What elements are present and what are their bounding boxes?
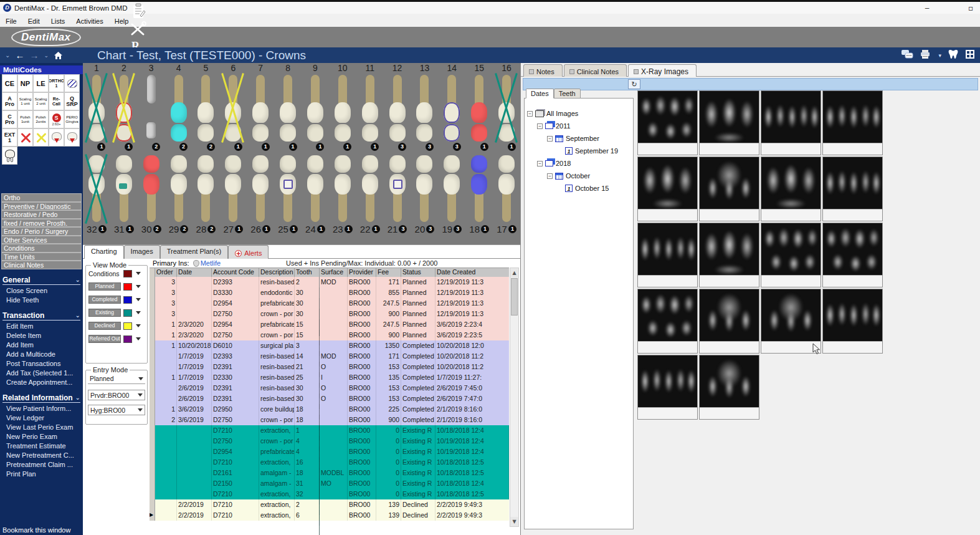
multicode-button[interactable] xyxy=(17,128,33,147)
table-row[interactable]: 3 D2954 prefabricate 30 BRO00 247.5 Plan… xyxy=(150,298,509,309)
row-selector[interactable] xyxy=(150,287,155,298)
row-selector[interactable] xyxy=(150,415,155,425)
column-header[interactable]: Provider xyxy=(348,268,376,277)
column-header[interactable]: Order xyxy=(155,268,177,277)
tooth-graphic[interactable] xyxy=(140,155,163,223)
column-header[interactable]: Description xyxy=(259,268,295,277)
multicode-button[interactable]: S2:60+ xyxy=(49,110,64,128)
collapse-icon[interactable]: ⌄ xyxy=(75,312,80,319)
print-icon[interactable] xyxy=(920,49,932,62)
xray-thumbnail[interactable] xyxy=(637,223,698,287)
chevron-down-small-icon[interactable]: ⌄ xyxy=(44,52,49,59)
column-header[interactable]: Account Code xyxy=(212,268,259,277)
tooth-cell[interactable]: 11 1 xyxy=(356,63,384,151)
tooth-graphic[interactable] xyxy=(112,74,136,142)
sidebar-link[interactable]: New Perio Exam xyxy=(0,432,83,441)
collapse-icon[interactable]: ⌄ xyxy=(75,394,80,401)
table-row[interactable]: 2/6/2019 D2391 resin-based 30 O BRO00 15… xyxy=(150,383,509,393)
category-button[interactable]: Conditions xyxy=(1,244,82,253)
right-tab[interactable]: Notes xyxy=(523,64,563,77)
tooth-graphic[interactable] xyxy=(331,74,354,142)
tooth-cell[interactable]: 2 1 xyxy=(110,63,138,151)
entry-mode-select[interactable]: Planned xyxy=(88,374,145,384)
color-swatch[interactable] xyxy=(123,296,132,304)
table-row[interactable]: ▶ 2/2/2019 D7210 extraction, 6 BRO00 139… xyxy=(150,510,509,521)
tooth-graphic[interactable] xyxy=(167,74,191,142)
refresh-button[interactable]: ↻ xyxy=(628,79,640,89)
tooth-graphic[interactable] xyxy=(140,74,163,142)
sidebar-link[interactable]: Edit Item xyxy=(0,322,83,331)
table-row[interactable]: 2 3/6/2019 D2750 crown - por 18 BRO00 90… xyxy=(150,415,509,425)
tooth-cell[interactable]: 9 1 xyxy=(302,63,329,151)
sidebar-link[interactable]: Print Plan xyxy=(0,470,83,479)
multicode-button[interactable]: C Pro xyxy=(2,110,17,128)
tooth-cell[interactable]: 25 1 xyxy=(274,155,302,235)
view-mode-button[interactable]: Completed xyxy=(88,296,121,304)
tooth-graphic[interactable] xyxy=(412,155,436,223)
tooth-cell[interactable]: 17 1 xyxy=(493,155,520,235)
bookmark-this-window-link[interactable]: Bookmark this window xyxy=(0,526,83,534)
table-row[interactable]: 2/6/2019 D2391 resin-based 30 O BRO00 15… xyxy=(150,393,509,404)
charting-tab[interactable]: +Alerts xyxy=(228,245,269,259)
hygienist-select[interactable]: Hyg:BRO00 xyxy=(88,405,145,415)
xray-thumbnail[interactable] xyxy=(699,223,759,287)
multicode-button[interactable]: ORTHO 1 xyxy=(49,74,64,92)
tree-subtab[interactable]: Teeth xyxy=(554,89,581,99)
sidebar-link[interactable]: Create Appointment... xyxy=(0,378,83,387)
tooth-graphic[interactable] xyxy=(386,74,409,142)
menu-item[interactable]: Edit xyxy=(22,17,45,26)
multicode-button[interactable]: Polish 1unit xyxy=(17,110,33,128)
color-swatch[interactable] xyxy=(123,309,132,317)
tooth-cell[interactable]: 23 1 xyxy=(329,155,356,235)
multicode-button[interactable] xyxy=(64,128,80,147)
row-selector[interactable] xyxy=(150,277,155,287)
row-selector[interactable] xyxy=(150,404,155,415)
category-button[interactable]: fixed / remove Prosth. xyxy=(1,219,82,228)
row-selector[interactable] xyxy=(150,468,155,478)
xray-thumbnail[interactable] xyxy=(822,289,883,354)
tooth-cell[interactable]: 29 2 xyxy=(165,155,193,235)
category-button[interactable]: Ortho xyxy=(1,193,82,202)
tooth-graphic[interactable] xyxy=(221,74,245,142)
tooth-graphic[interactable] xyxy=(194,155,217,223)
tooth-graphic[interactable] xyxy=(85,74,108,142)
tooth-cell[interactable]: 20 3 xyxy=(411,155,439,235)
table-row[interactable]: D7210 extraction, 32 BRO00 0 Existing R … xyxy=(150,489,509,499)
back-icon[interactable]: ← xyxy=(15,50,24,60)
dropdown-arrow-icon[interactable] xyxy=(136,285,141,288)
tooth-graphic[interactable] xyxy=(467,74,491,142)
multicode-button[interactable] xyxy=(49,128,64,147)
color-swatch[interactable] xyxy=(123,283,132,291)
column-header[interactable] xyxy=(150,268,155,277)
expand-icon[interactable]: − xyxy=(547,136,553,142)
tooth-cell[interactable]: 18 1 xyxy=(465,155,493,235)
category-button[interactable]: Time Units xyxy=(1,253,82,261)
row-selector[interactable] xyxy=(150,436,155,446)
dropdown-arrow-icon[interactable] xyxy=(136,324,141,327)
chevron-down-icon[interactable]: ⌄ xyxy=(5,52,10,59)
row-selector[interactable] xyxy=(150,457,155,468)
category-button[interactable]: Other Services xyxy=(1,236,82,244)
tree-node[interactable]: − 2011 xyxy=(525,120,633,132)
tooth-graphic[interactable] xyxy=(440,155,464,223)
tooth-graphic[interactable] xyxy=(386,155,409,223)
table-row[interactable]: 1/7/2019 D2391 resin-based 21 O BRO00 15… xyxy=(150,362,509,372)
xray-thumbnail[interactable] xyxy=(822,157,883,221)
conditions-color-swatch[interactable] xyxy=(123,270,132,277)
row-selector[interactable] xyxy=(150,489,155,499)
scroll-down-icon[interactable]: ▼ xyxy=(510,517,518,526)
tree-node[interactable]: − October xyxy=(525,170,633,182)
row-selector[interactable] xyxy=(150,446,155,457)
multicode-button[interactable]: PERIO Gingiva xyxy=(64,110,80,128)
row-selector[interactable] xyxy=(150,340,155,351)
sidebar-link[interactable]: Close Screen xyxy=(0,286,83,296)
column-header[interactable]: Date Created xyxy=(435,268,509,277)
multicode-button[interactable]: Scaling 2 unit xyxy=(33,92,49,110)
tooth-cell[interactable]: 6 1 xyxy=(219,63,247,151)
row-selector[interactable] xyxy=(150,351,155,362)
table-row[interactable]: 1 2/3/2020 D2954 prefabricate 15 BRO00 2… xyxy=(150,319,509,330)
tooth-graphic[interactable] xyxy=(276,155,300,223)
tooth-cell[interactable]: 22 1 xyxy=(356,155,384,235)
row-selector[interactable] xyxy=(150,362,155,372)
tooth-graphic[interactable] xyxy=(440,74,464,142)
